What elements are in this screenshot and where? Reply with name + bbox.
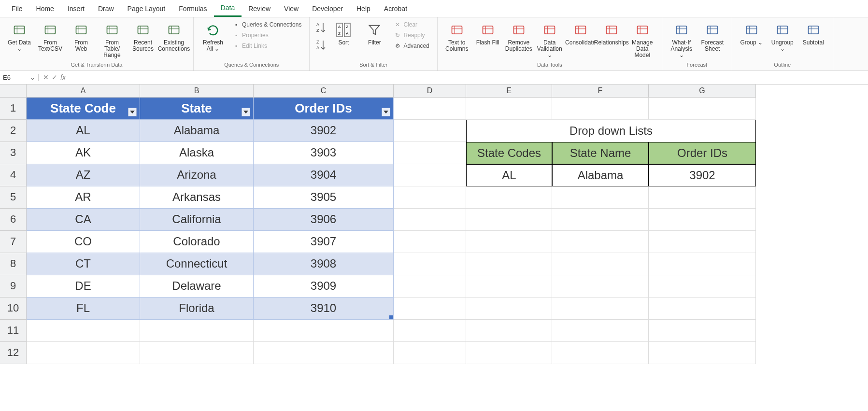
cell-A12[interactable]: [27, 342, 140, 364]
sort-descending-button[interactable]: ZA: [313, 37, 328, 54]
column-header-B[interactable]: B: [140, 85, 254, 97]
cell-D10[interactable]: [394, 298, 466, 320]
filter-dropdown-icon[interactable]: [128, 108, 137, 116]
relationships-button[interactable]: Relationships: [596, 19, 627, 48]
cell-D6[interactable]: [394, 209, 466, 231]
row-header-3[interactable]: 3: [0, 142, 27, 164]
existing-connections-button[interactable]: Existing Connections: [158, 19, 189, 54]
cell-G1[interactable]: [649, 98, 756, 120]
ungroup-button[interactable]: Ungroup ⌄: [767, 19, 798, 54]
cell-E9[interactable]: [466, 275, 552, 298]
cell-C12[interactable]: [254, 342, 394, 364]
from-table-range-button[interactable]: From Table/Range: [97, 19, 128, 61]
cell-E5[interactable]: [466, 186, 552, 209]
cell-C1[interactable]: Order IDs: [254, 98, 394, 120]
column-header-A[interactable]: A: [27, 85, 140, 97]
tab-data[interactable]: Data: [214, 0, 242, 17]
tab-draw[interactable]: Draw: [91, 1, 121, 16]
cell-D12[interactable]: [394, 342, 466, 364]
sort-ascending-button[interactable]: AZ: [313, 19, 328, 37]
cell-G5[interactable]: [649, 186, 756, 209]
cell-A2[interactable]: AL: [27, 120, 140, 142]
tab-file[interactable]: File: [5, 1, 29, 16]
cell-F7[interactable]: [552, 231, 649, 253]
cell-G6[interactable]: [649, 209, 756, 231]
cell-F5[interactable]: [552, 186, 649, 209]
cell-E8[interactable]: [466, 253, 552, 275]
cell-B10[interactable]: Florida: [140, 298, 254, 320]
cell-C6[interactable]: 3906: [254, 209, 394, 231]
cell-B12[interactable]: [140, 342, 254, 364]
cell-A10[interactable]: FL: [27, 298, 140, 320]
cell-A3[interactable]: AK: [27, 142, 140, 164]
tab-home[interactable]: Home: [29, 1, 61, 16]
tab-page-layout[interactable]: Page Layout: [121, 1, 172, 16]
cell-D9[interactable]: [394, 275, 466, 298]
cell-F4[interactable]: Alabama: [552, 164, 649, 186]
manage-data-model-button[interactable]: Manage Data Model: [627, 19, 658, 61]
data-validation-button[interactable]: Data Validation ⌄: [534, 19, 565, 61]
filter-button[interactable]: Filter: [359, 19, 390, 48]
recent-sources-button[interactable]: Recent Sources: [128, 19, 158, 54]
cell-F6[interactable]: [552, 209, 649, 231]
row-header-9[interactable]: 9: [0, 275, 27, 298]
cell-B8[interactable]: Connecticut: [140, 253, 254, 275]
cell-E11[interactable]: [466, 320, 552, 342]
row-header-12[interactable]: 12: [0, 342, 27, 364]
cell-C9[interactable]: 3909: [254, 275, 394, 298]
cell-C5[interactable]: 3905: [254, 186, 394, 209]
cell-D1[interactable]: [394, 98, 466, 120]
cancel-icon[interactable]: ✕: [43, 73, 49, 81]
cell-F10[interactable]: [552, 298, 649, 320]
cell-B3[interactable]: Alaska: [140, 142, 254, 164]
cell-G11[interactable]: [649, 320, 756, 342]
cell-D2[interactable]: [394, 120, 466, 142]
cell-A11[interactable]: [27, 320, 140, 342]
formula-input[interactable]: [70, 74, 868, 81]
tab-developer[interactable]: Developer: [305, 1, 350, 16]
cell-C8[interactable]: 3908: [254, 253, 394, 275]
cell-E4[interactable]: AL: [466, 164, 552, 186]
cell-E12[interactable]: [466, 342, 552, 364]
cell-E7[interactable]: [466, 231, 552, 253]
remove-duplicates-button[interactable]: Remove Duplicates: [503, 19, 534, 54]
cell-A5[interactable]: AR: [27, 186, 140, 209]
queries-connections-button[interactable]: ▪Queries & Connections: [230, 19, 303, 30]
column-header-C[interactable]: C: [254, 85, 394, 97]
tab-formulas[interactable]: Formulas: [172, 1, 213, 16]
cell-A9[interactable]: DE: [27, 275, 140, 298]
confirm-icon[interactable]: ✓: [52, 73, 57, 81]
from-web-button[interactable]: From Web: [66, 19, 97, 54]
cell-B9[interactable]: Delaware: [140, 275, 254, 298]
cell-F3[interactable]: State Name: [552, 142, 649, 164]
cell-F12[interactable]: [552, 342, 649, 364]
cell-E3[interactable]: State Codes: [466, 142, 552, 164]
row-header-5[interactable]: 5: [0, 186, 27, 209]
cell-D5[interactable]: [394, 186, 466, 209]
cell-E6[interactable]: [466, 209, 552, 231]
cell-G4[interactable]: 3902: [649, 164, 756, 186]
cell-C7[interactable]: 3907: [254, 231, 394, 253]
cell-A4[interactable]: AZ: [27, 164, 140, 186]
cell-G12[interactable]: [649, 342, 756, 364]
cell-D11[interactable]: [394, 320, 466, 342]
cell-E2-merged[interactable]: Drop down Lists: [466, 120, 756, 142]
consolidate-button[interactable]: Consolidate: [565, 19, 596, 48]
table-resize-handle[interactable]: [389, 315, 393, 319]
cell-G3[interactable]: Order IDs: [649, 142, 756, 164]
cell-G9[interactable]: [649, 275, 756, 298]
cell-D3[interactable]: [394, 142, 466, 164]
cell-A8[interactable]: CT: [27, 253, 140, 275]
cell-C3[interactable]: 3903: [254, 142, 394, 164]
column-header-F[interactable]: F: [552, 85, 649, 97]
cell-D4[interactable]: [394, 164, 466, 186]
column-header-G[interactable]: G: [649, 85, 756, 97]
sort-button[interactable]: AZZASort: [328, 19, 359, 48]
filter-dropdown-icon[interactable]: [242, 108, 250, 116]
tab-view[interactable]: View: [277, 1, 305, 16]
tab-review[interactable]: Review: [242, 1, 277, 16]
name-box[interactable]: E6 ⌄: [0, 74, 39, 81]
cell-F1[interactable]: [552, 98, 649, 120]
row-header-6[interactable]: 6: [0, 209, 27, 231]
cell-C10[interactable]: 3910: [254, 298, 394, 320]
